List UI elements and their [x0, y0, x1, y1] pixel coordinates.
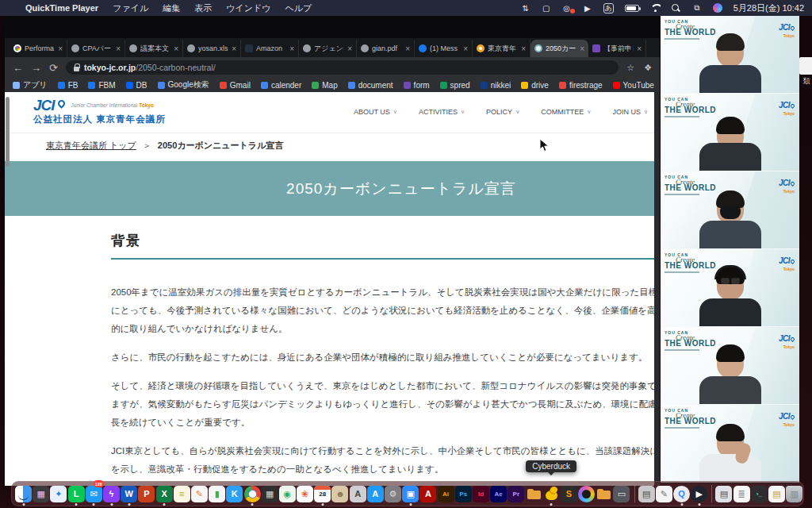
- display-icon[interactable]: ⧉: [692, 3, 702, 13]
- tab-8[interactable]: (1) Mess×: [415, 40, 473, 57]
- dock-keynote[interactable]: K: [226, 482, 243, 506]
- dock-vm-app[interactable]: ▭: [613, 482, 630, 506]
- nav-item-committee[interactable]: COMMITTEE∨: [541, 108, 591, 116]
- menubar-menu-3[interactable]: ウインドウ: [226, 2, 270, 14]
- tab-close-icon[interactable]: ×: [232, 44, 236, 53]
- bookmark-DB[interactable]: DB: [126, 81, 147, 90]
- line-status-icon[interactable]: ▢: [542, 3, 551, 13]
- dock-photos[interactable]: ❀: [297, 482, 313, 506]
- bookmark-Map[interactable]: Map: [312, 81, 337, 90]
- dock-notes[interactable]: ≡: [174, 482, 190, 506]
- tab-9[interactable]: 東京青年×: [473, 40, 530, 57]
- dock-calendar[interactable]: 28: [314, 482, 331, 506]
- nav-item-activities[interactable]: ACTIVITIES∨: [419, 108, 465, 116]
- ime-icon[interactable]: あ: [603, 3, 614, 13]
- dock-zoom[interactable]: ▣: [402, 482, 419, 506]
- tab-close-icon[interactable]: ×: [289, 44, 294, 53]
- nav-item-about-us[interactable]: ABOUT US∨: [354, 108, 397, 116]
- tab-close-icon[interactable]: ×: [347, 44, 352, 53]
- page-scrollbar-thumb[interactable]: [6, 97, 10, 167]
- dock-printer[interactable]: ▤: [638, 482, 655, 506]
- dock-acrobat[interactable]: A: [419, 482, 436, 506]
- tab-6[interactable]: アジェンダ×: [299, 40, 357, 57]
- bookmark-firestrage[interactable]: firestrage: [559, 81, 603, 90]
- dock-sublime[interactable]: S: [561, 482, 577, 506]
- tab-close-icon[interactable]: ×: [580, 44, 584, 53]
- tab-11[interactable]: 【事前申し×: [588, 40, 646, 57]
- dock-chrome[interactable]: [243, 482, 260, 506]
- dock-maps[interactable]: ◉: [279, 482, 296, 506]
- dock-stack-notes[interactable]: ▤: [768, 482, 785, 506]
- dock-indesign[interactable]: Id: [473, 482, 489, 506]
- dock-illustrator[interactable]: Ai: [438, 482, 454, 506]
- video-tile-1[interactable]: YOU CANCreateTHE WORLDJCITokyo: [661, 16, 799, 94]
- dock-stack-scripts[interactable]: ›_: [751, 482, 768, 506]
- back-button[interactable]: ←: [13, 62, 23, 74]
- dock-stack-documents[interactable]: ≣: [733, 482, 750, 506]
- tab-5[interactable]: Amazon×: [241, 40, 299, 57]
- url-bar[interactable]: tokyo-jc.or.jp/2050-carbon-neutral/: [66, 60, 619, 75]
- dock-premiere[interactable]: Pr: [508, 482, 524, 506]
- tab-close-icon[interactable]: ×: [405, 44, 410, 53]
- dock-contacts[interactable]: ☻: [331, 482, 348, 506]
- tab-close-icon[interactable]: ×: [637, 44, 642, 53]
- nav-item-join-us[interactable]: JOIN US∨: [612, 108, 648, 116]
- breadcrumb-home-link[interactable]: 東京青年会議所 トップ: [46, 140, 136, 152]
- tab-10[interactable]: 2050カー×: [530, 40, 588, 57]
- tab-3[interactable]: 議案本文×: [125, 40, 183, 57]
- forward-button[interactable]: →: [31, 62, 41, 74]
- video-tile-4[interactable]: YOU CANCreateTHE WORLDJCITokyo: [661, 249, 799, 327]
- tab-close-icon[interactable]: ×: [174, 44, 178, 53]
- sync-icon[interactable]: ⇅: [521, 3, 530, 13]
- wifi-icon[interactable]: [650, 4, 661, 12]
- dock-textedit[interactable]: ✎: [656, 482, 672, 506]
- dock-table-app[interactable]: ▦: [262, 482, 278, 506]
- video-tile-5[interactable]: YOU CANCreateTHE WORLDJCITokyo: [661, 327, 799, 405]
- menubar-clock[interactable]: 5月28日(金) 10:42: [733, 2, 804, 14]
- bookmark-YouTube[interactable]: YouTube: [613, 81, 654, 90]
- bookmark-アプリ[interactable]: アプリ: [13, 79, 48, 90]
- bookmark-spred[interactable]: spred: [440, 81, 470, 90]
- tab-2[interactable]: CPAパート×: [67, 40, 125, 57]
- video-tile-3[interactable]: YOU CANCreateTHE WORLDJCITokyo: [661, 171, 799, 249]
- dock-trash[interactable]: ▥: [786, 482, 802, 506]
- dock-finder[interactable]: [15, 482, 32, 506]
- dock-messenger[interactable]: ϟ: [103, 482, 120, 506]
- spotlight-icon[interactable]: [672, 4, 681, 13]
- tab-close-icon[interactable]: ×: [521, 44, 526, 53]
- dock-powerpoint[interactable]: P: [138, 482, 155, 506]
- video-tile-6[interactable]: YOU CANCreateTHE WORLDJCITokyo: [661, 405, 799, 483]
- dock-launchpad[interactable]: ▦: [33, 482, 49, 506]
- bookmark-nikkei[interactable]: nikkei: [481, 81, 511, 90]
- bookmark-calender[interactable]: calender: [261, 81, 301, 90]
- bookmark-Google検索[interactable]: Google検索: [158, 79, 209, 90]
- menubar-menu-0[interactable]: ファイル: [113, 2, 148, 14]
- bookmark-drive[interactable]: drive: [521, 81, 549, 90]
- dock-files-folder[interactable]: [596, 482, 612, 506]
- bookmark-Gmail[interactable]: Gmail: [220, 81, 251, 90]
- nav-item-policy[interactable]: POLICY∨: [486, 108, 519, 116]
- bookmark-FBM[interactable]: FBM: [88, 81, 115, 90]
- dock-excel[interactable]: X: [156, 482, 173, 506]
- menubar-menu-1[interactable]: 編集: [163, 2, 180, 14]
- battery-icon[interactable]: [625, 5, 639, 12]
- menubar-menu-4[interactable]: ヘルプ: [285, 2, 312, 14]
- dock-word[interactable]: W: [121, 482, 137, 506]
- tab-4[interactable]: yosan.xls×: [183, 40, 241, 57]
- dock-after-effects[interactable]: Ae: [490, 482, 507, 506]
- tab-7[interactable]: gian.pdf×: [357, 40, 415, 57]
- dock-photoshop[interactable]: Ps: [455, 482, 472, 506]
- extension-icon[interactable]: ❖: [644, 63, 652, 73]
- tab-close-icon[interactable]: ×: [116, 44, 121, 53]
- bookmark-document[interactable]: document: [348, 81, 393, 90]
- menubar-app-name[interactable]: QuickTime Player: [25, 3, 98, 13]
- page-scrollbar[interactable]: [654, 92, 660, 486]
- menubar-menu-2[interactable]: 表示: [194, 2, 212, 14]
- reload-button[interactable]: ⟳: [49, 62, 58, 74]
- dock-safari[interactable]: ✦: [50, 482, 67, 506]
- screen-record-icon[interactable]: ◎: [562, 3, 572, 13]
- dock-cyberduck[interactable]: [543, 482, 560, 506]
- dock-office-folder[interactable]: [525, 482, 542, 506]
- dock-stack-device[interactable]: ▤: [715, 482, 732, 506]
- site-logo[interactable]: JCI Junior Chamber International Tokyo 公…: [33, 98, 166, 125]
